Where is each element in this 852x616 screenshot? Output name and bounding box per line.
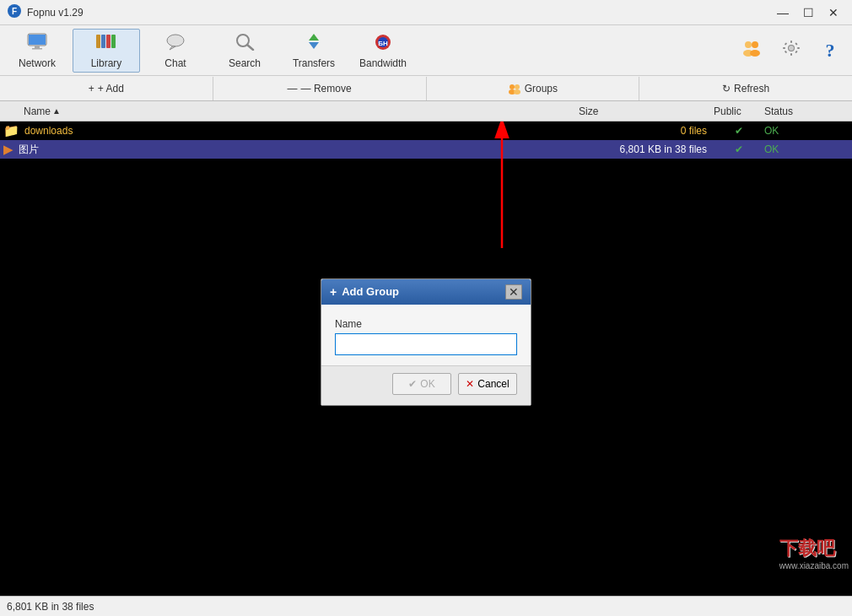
sort-icon: ▲ bbox=[52, 106, 61, 116]
refresh-button[interactable]: ↻ Refresh bbox=[639, 77, 852, 100]
svg-rect-26 bbox=[790, 53, 792, 56]
name-input[interactable] bbox=[335, 333, 517, 355]
toolbar: Network Library Chat Search Transfers БН… bbox=[0, 25, 852, 76]
app-title: Fopnu v1.29 bbox=[27, 7, 771, 19]
svg-rect-30 bbox=[795, 50, 798, 53]
dialog-body: Name bbox=[321, 305, 531, 365]
users-button[interactable] bbox=[732, 29, 771, 73]
svg-rect-28 bbox=[797, 47, 800, 49]
svg-rect-32 bbox=[795, 42, 798, 46]
status-text: 6,801 KB in 38 files bbox=[7, 601, 94, 613]
network-label: Network bbox=[19, 57, 56, 69]
svg-point-22 bbox=[750, 50, 760, 57]
svg-point-20 bbox=[752, 41, 758, 48]
svg-rect-5 bbox=[32, 48, 42, 50]
remove-icon: — bbox=[288, 83, 298, 95]
column-headers: Name ▲ Size Public Status bbox=[0, 101, 852, 122]
dialog-overlay: + Add Group ✕ Name ✔ OK ✕ Cancel bbox=[0, 122, 852, 596]
close-button[interactable]: ✕ bbox=[822, 4, 845, 21]
ok-button[interactable]: ✔ OK bbox=[392, 373, 451, 395]
svg-rect-4 bbox=[35, 46, 40, 48]
svg-rect-3 bbox=[29, 35, 46, 45]
svg-rect-9 bbox=[111, 35, 116, 48]
svg-rect-25 bbox=[790, 41, 792, 43]
library-button[interactable]: Library bbox=[73, 29, 140, 73]
add-icon: + bbox=[89, 83, 94, 95]
svg-rect-31 bbox=[785, 50, 788, 53]
col-header-name[interactable]: Name ▲ bbox=[3, 105, 579, 117]
svg-line-13 bbox=[247, 45, 253, 50]
svg-rect-7 bbox=[101, 35, 105, 48]
name-label: Name bbox=[335, 318, 517, 330]
groups-label: Groups bbox=[525, 83, 558, 95]
secondary-toolbar: + + Add — — Remove Groups ↻ Refresh bbox=[0, 76, 852, 101]
settings-button[interactable] bbox=[773, 29, 810, 73]
col-header-status[interactable]: Status bbox=[764, 105, 849, 117]
svg-rect-8 bbox=[106, 35, 111, 48]
search-icon bbox=[235, 32, 255, 56]
library-label: Library bbox=[91, 57, 122, 69]
library-icon bbox=[95, 32, 117, 56]
cancel-label: Cancel bbox=[477, 378, 509, 390]
svg-text:F: F bbox=[12, 7, 17, 16]
svg-point-33 bbox=[510, 84, 515, 89]
svg-rect-6 bbox=[96, 35, 100, 48]
col-header-public[interactable]: Public bbox=[714, 105, 764, 117]
svg-point-19 bbox=[745, 41, 752, 48]
svg-point-24 bbox=[789, 46, 794, 51]
svg-text:БН: БН bbox=[378, 40, 388, 47]
chat-label: Chat bbox=[164, 57, 186, 69]
app-icon: F bbox=[7, 3, 22, 22]
network-icon bbox=[27, 32, 47, 56]
chat-button[interactable]: Chat bbox=[142, 29, 209, 73]
cancel-button[interactable]: ✕ Cancel bbox=[458, 373, 517, 395]
window-controls: — ☐ ✕ bbox=[771, 4, 845, 21]
minimize-button[interactable]: — bbox=[771, 4, 795, 21]
title-bar: F Fopnu v1.29 — ☐ ✕ bbox=[0, 0, 852, 25]
svg-point-34 bbox=[515, 84, 520, 89]
svg-rect-27 bbox=[783, 47, 785, 49]
refresh-icon: ↻ bbox=[722, 83, 731, 95]
dialog-title-icon: + bbox=[330, 285, 337, 299]
main-content: 📁 downloads 0 files ✔ OK ▶ 图片 6,801 KB i… bbox=[0, 122, 852, 596]
help-button[interactable]: ? bbox=[812, 29, 849, 73]
remove-label: — Remove bbox=[301, 83, 352, 95]
col-public-label: Public bbox=[714, 105, 741, 117]
search-button[interactable]: Search bbox=[211, 29, 278, 73]
add-label: + Add bbox=[98, 83, 124, 95]
users-icon bbox=[740, 39, 763, 62]
add-button[interactable]: + + Add bbox=[0, 77, 213, 100]
transfers-label: Transfers bbox=[293, 57, 335, 69]
transfers-icon bbox=[304, 32, 324, 56]
transfers-button[interactable]: Transfers bbox=[280, 29, 348, 73]
add-group-dialog: + Add Group ✕ Name ✔ OK ✕ Cancel bbox=[321, 278, 531, 406]
help-icon: ? bbox=[826, 40, 835, 62]
dialog-close-button[interactable]: ✕ bbox=[505, 284, 522, 300]
maximize-button[interactable]: ☐ bbox=[796, 4, 820, 21]
svg-point-36 bbox=[514, 89, 520, 95]
groups-icon bbox=[508, 82, 521, 95]
search-label: Search bbox=[229, 57, 261, 69]
dialog-title-bar: + Add Group ✕ bbox=[321, 279, 531, 305]
ok-icon: ✔ bbox=[408, 378, 417, 390]
remove-button[interactable]: — — Remove bbox=[213, 77, 427, 100]
refresh-label: Refresh bbox=[734, 83, 769, 95]
bandwidth-label: Bandwidth bbox=[359, 57, 407, 69]
bandwidth-button[interactable]: БН Bandwidth bbox=[349, 29, 417, 73]
network-button[interactable]: Network bbox=[3, 29, 71, 73]
dialog-buttons: ✔ OK ✕ Cancel bbox=[321, 365, 531, 405]
groups-button[interactable]: Groups bbox=[427, 77, 640, 100]
gear-icon bbox=[781, 39, 801, 62]
bandwidth-icon: БН bbox=[373, 32, 393, 56]
status-bar: 6,801 KB in 38 files bbox=[0, 596, 852, 616]
svg-marker-11 bbox=[170, 46, 175, 50]
ok-label: OK bbox=[420, 378, 434, 390]
svg-marker-14 bbox=[309, 34, 319, 41]
svg-point-10 bbox=[167, 35, 184, 46]
dialog-title-text: Add Group bbox=[342, 285, 399, 298]
col-header-size[interactable]: Size bbox=[579, 105, 714, 117]
svg-rect-29 bbox=[785, 42, 788, 46]
dialog-title-left: + Add Group bbox=[330, 285, 399, 299]
col-status-label: Status bbox=[764, 105, 793, 117]
col-name-label: Name bbox=[24, 105, 51, 117]
